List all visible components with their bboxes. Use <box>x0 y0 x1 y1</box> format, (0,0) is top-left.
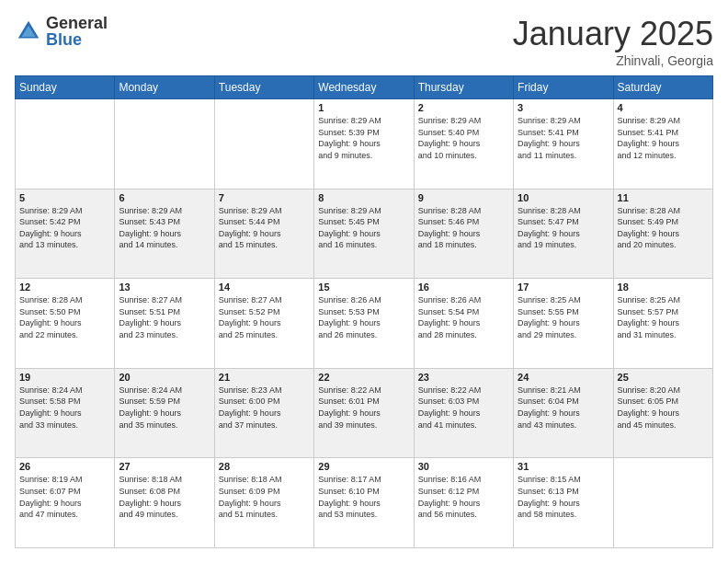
day-info: Sunrise: 8:25 AM Sunset: 5:55 PM Dayligh… <box>518 294 609 340</box>
day-number: 8 <box>318 192 409 203</box>
day-info: Sunrise: 8:22 AM Sunset: 6:01 PM Dayligh… <box>318 385 409 431</box>
calendar-cell <box>115 99 214 190</box>
weekday-header-monday: Monday <box>115 76 214 99</box>
day-number: 23 <box>418 372 509 383</box>
page: General Blue January 2025 Zhinvali, Geor… <box>0 0 728 563</box>
calendar-cell: 24Sunrise: 8:21 AM Sunset: 6:04 PM Dayli… <box>514 368 613 458</box>
day-number: 22 <box>318 372 409 383</box>
day-info: Sunrise: 8:28 AM Sunset: 5:50 PM Dayligh… <box>19 294 110 340</box>
day-number: 15 <box>318 282 409 293</box>
day-number: 1 <box>318 102 409 113</box>
day-number: 12 <box>19 282 110 293</box>
calendar-table: SundayMondayTuesdayWednesdayThursdayFrid… <box>15 75 713 548</box>
weekday-header-wednesday: Wednesday <box>314 76 414 99</box>
day-number: 14 <box>219 282 310 293</box>
calendar-cell <box>214 99 313 190</box>
day-number: 13 <box>119 282 210 293</box>
calendar-week-5: 26Sunrise: 8:19 AM Sunset: 6:07 PM Dayli… <box>16 458 713 548</box>
calendar-cell: 13Sunrise: 8:27 AM Sunset: 5:51 PM Dayli… <box>115 279 214 369</box>
day-info: Sunrise: 8:16 AM Sunset: 6:12 PM Dayligh… <box>418 474 509 520</box>
day-number: 25 <box>618 372 709 383</box>
logo: General Blue <box>15 15 108 48</box>
calendar-cell: 20Sunrise: 8:24 AM Sunset: 5:59 PM Dayli… <box>115 368 214 458</box>
day-info: Sunrise: 8:28 AM Sunset: 5:46 PM Dayligh… <box>418 205 509 251</box>
day-number: 9 <box>418 192 509 203</box>
day-info: Sunrise: 8:27 AM Sunset: 5:51 PM Dayligh… <box>119 294 210 340</box>
day-number: 7 <box>219 192 310 203</box>
day-number: 11 <box>618 192 709 203</box>
day-info: Sunrise: 8:24 AM Sunset: 5:59 PM Dayligh… <box>119 385 210 431</box>
day-info: Sunrise: 8:18 AM Sunset: 6:09 PM Dayligh… <box>219 474 310 520</box>
day-number: 17 <box>518 282 609 293</box>
weekday-header-saturday: Saturday <box>613 76 712 99</box>
day-info: Sunrise: 8:17 AM Sunset: 6:10 PM Dayligh… <box>318 474 409 520</box>
day-number: 6 <box>119 192 210 203</box>
day-number: 28 <box>219 461 310 472</box>
calendar-cell: 27Sunrise: 8:18 AM Sunset: 6:08 PM Dayli… <box>115 458 214 548</box>
day-info: Sunrise: 8:24 AM Sunset: 5:58 PM Dayligh… <box>19 385 110 431</box>
day-number: 20 <box>119 372 210 383</box>
day-number: 29 <box>318 461 409 472</box>
month-title: January 2025 <box>513 15 713 53</box>
day-info: Sunrise: 8:22 AM Sunset: 6:03 PM Dayligh… <box>418 385 509 431</box>
weekday-header-sunday: Sunday <box>16 76 115 99</box>
calendar-cell: 15Sunrise: 8:26 AM Sunset: 5:53 PM Dayli… <box>314 279 414 369</box>
calendar-cell: 5Sunrise: 8:29 AM Sunset: 5:42 PM Daylig… <box>16 189 115 279</box>
day-info: Sunrise: 8:19 AM Sunset: 6:07 PM Dayligh… <box>19 474 110 520</box>
day-info: Sunrise: 8:15 AM Sunset: 6:13 PM Dayligh… <box>518 474 609 520</box>
calendar-cell: 29Sunrise: 8:17 AM Sunset: 6:10 PM Dayli… <box>314 458 414 548</box>
day-number: 18 <box>618 282 709 293</box>
day-info: Sunrise: 8:27 AM Sunset: 5:52 PM Dayligh… <box>219 294 310 340</box>
calendar-cell: 17Sunrise: 8:25 AM Sunset: 5:55 PM Dayli… <box>514 279 613 369</box>
calendar-week-2: 5Sunrise: 8:29 AM Sunset: 5:42 PM Daylig… <box>16 189 713 279</box>
day-info: Sunrise: 8:23 AM Sunset: 6:00 PM Dayligh… <box>219 385 310 431</box>
logo-icon <box>15 17 42 45</box>
logo-blue-text: Blue <box>46 31 108 48</box>
day-number: 2 <box>418 102 509 113</box>
calendar-cell: 19Sunrise: 8:24 AM Sunset: 5:58 PM Dayli… <box>16 368 115 458</box>
day-number: 21 <box>219 372 310 383</box>
calendar-cell: 3Sunrise: 8:29 AM Sunset: 5:41 PM Daylig… <box>514 99 613 190</box>
header: General Blue January 2025 Zhinvali, Geor… <box>15 15 713 68</box>
calendar-cell <box>613 458 712 548</box>
calendar-cell: 7Sunrise: 8:29 AM Sunset: 5:44 PM Daylig… <box>214 189 313 279</box>
calendar-cell: 31Sunrise: 8:15 AM Sunset: 6:13 PM Dayli… <box>514 458 613 548</box>
logo-general-text: General <box>46 15 108 31</box>
calendar-week-3: 12Sunrise: 8:28 AM Sunset: 5:50 PM Dayli… <box>16 279 713 369</box>
day-info: Sunrise: 8:26 AM Sunset: 5:54 PM Dayligh… <box>418 294 509 340</box>
day-info: Sunrise: 8:29 AM Sunset: 5:44 PM Dayligh… <box>219 205 310 251</box>
weekday-header-thursday: Thursday <box>414 76 513 99</box>
calendar-cell: 21Sunrise: 8:23 AM Sunset: 6:00 PM Dayli… <box>214 368 313 458</box>
day-number: 24 <box>518 372 609 383</box>
calendar-cell: 25Sunrise: 8:20 AM Sunset: 6:05 PM Dayli… <box>613 368 712 458</box>
day-info: Sunrise: 8:29 AM Sunset: 5:39 PM Dayligh… <box>318 115 409 161</box>
calendar-cell: 30Sunrise: 8:16 AM Sunset: 6:12 PM Dayli… <box>414 458 513 548</box>
day-info: Sunrise: 8:21 AM Sunset: 6:04 PM Dayligh… <box>518 385 609 431</box>
day-number: 19 <box>19 372 110 383</box>
day-number: 10 <box>518 192 609 203</box>
calendar-week-4: 19Sunrise: 8:24 AM Sunset: 5:58 PM Dayli… <box>16 368 713 458</box>
day-info: Sunrise: 8:26 AM Sunset: 5:53 PM Dayligh… <box>318 294 409 340</box>
day-info: Sunrise: 8:20 AM Sunset: 6:05 PM Dayligh… <box>618 385 709 431</box>
calendar-cell: 10Sunrise: 8:28 AM Sunset: 5:47 PM Dayli… <box>514 189 613 279</box>
day-info: Sunrise: 8:29 AM Sunset: 5:40 PM Dayligh… <box>418 115 509 161</box>
calendar-week-1: 1Sunrise: 8:29 AM Sunset: 5:39 PM Daylig… <box>16 99 713 190</box>
calendar-cell: 22Sunrise: 8:22 AM Sunset: 6:01 PM Dayli… <box>314 368 414 458</box>
day-number: 5 <box>19 192 110 203</box>
day-number: 31 <box>518 461 609 472</box>
day-info: Sunrise: 8:25 AM Sunset: 5:57 PM Dayligh… <box>618 294 709 340</box>
day-number: 4 <box>618 102 709 113</box>
day-info: Sunrise: 8:29 AM Sunset: 5:41 PM Dayligh… <box>518 115 609 161</box>
calendar-cell <box>16 99 115 190</box>
weekday-header-tuesday: Tuesday <box>214 76 313 99</box>
calendar-cell: 1Sunrise: 8:29 AM Sunset: 5:39 PM Daylig… <box>314 99 414 190</box>
calendar-cell: 16Sunrise: 8:26 AM Sunset: 5:54 PM Dayli… <box>414 279 513 369</box>
day-info: Sunrise: 8:18 AM Sunset: 6:08 PM Dayligh… <box>119 474 210 520</box>
day-info: Sunrise: 8:29 AM Sunset: 5:45 PM Dayligh… <box>318 205 409 251</box>
calendar-cell: 23Sunrise: 8:22 AM Sunset: 6:03 PM Dayli… <box>414 368 513 458</box>
day-info: Sunrise: 8:29 AM Sunset: 5:43 PM Dayligh… <box>119 205 210 251</box>
logo-text: General Blue <box>46 15 108 48</box>
calendar-cell: 14Sunrise: 8:27 AM Sunset: 5:52 PM Dayli… <box>214 279 313 369</box>
day-info: Sunrise: 8:28 AM Sunset: 5:49 PM Dayligh… <box>618 205 709 251</box>
day-number: 16 <box>418 282 509 293</box>
